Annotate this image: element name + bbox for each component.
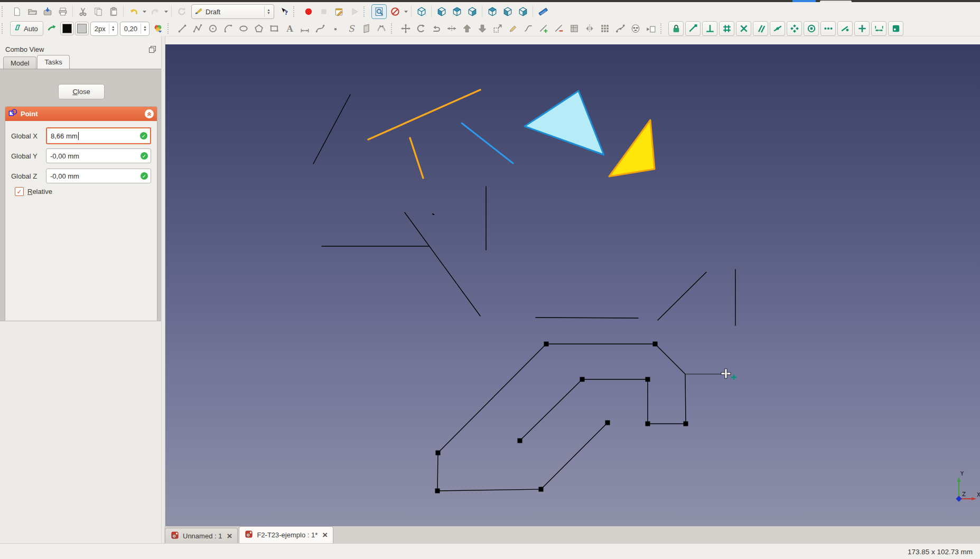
draft-text-button[interactable]: A [283,22,297,35]
draft-bezier-button[interactable] [375,22,389,35]
view-front-button[interactable] [434,5,449,18]
workbench-selector[interactable]: Draft▲▼ [191,4,274,19]
draft-bspline-button[interactable] [313,22,328,35]
draft-clone-button[interactable] [629,22,643,35]
snap-extension-button[interactable] [854,21,870,36]
spin-arrows[interactable]: ▲▼ [141,23,149,34]
global-x-input[interactable]: 8,66 mm ✓ [46,127,151,144]
copy-button[interactable] [91,5,105,18]
draft-downgrade-button[interactable] [475,22,490,35]
snap-perpendicular-button[interactable] [702,21,717,36]
draft-remove-point-button[interactable] [552,22,566,35]
toolbar-handle[interactable] [2,23,6,34]
draft-ellipse-button[interactable] [237,22,251,35]
view-top-button[interactable] [450,5,464,18]
3d-viewport[interactable] [164,44,980,526]
snap-parallel-button[interactable] [753,21,768,36]
close-button[interactable]: Close [58,84,105,99]
draft-arc-button[interactable] [221,22,236,35]
draft-scale-button[interactable] [491,22,505,35]
macro-play-button[interactable] [347,5,361,18]
construction-mode-button[interactable] [45,22,59,35]
whats-this-button[interactable]: ? [277,5,291,18]
close-tab-icon[interactable]: × [227,532,232,541]
draft-trimex-button[interactable] [445,22,459,35]
macro-record-button[interactable] [301,5,315,18]
view-rear-button[interactable] [485,5,499,18]
draft-wire-button[interactable] [191,22,205,35]
redo-button[interactable] [148,5,162,18]
working-plane-auto-button[interactable]: Auto [10,21,43,36]
snap-grid-button[interactable] [719,21,734,36]
snap-workingplane-button[interactable] [888,21,903,36]
panel-splitter[interactable] [161,36,165,543]
save-button[interactable] [40,5,54,18]
face-color-swatch[interactable] [75,22,89,35]
toolbar-handle[interactable] [2,6,6,17]
refresh-button[interactable] [174,5,189,18]
draft-line-button[interactable] [175,22,190,35]
view-right-button[interactable] [465,5,479,18]
new-file-button[interactable] [10,5,24,18]
draft-edit-button[interactable] [506,22,520,35]
global-y-input[interactable]: -0,00 mm ✓ [46,148,151,163]
snap-center-button[interactable] [804,21,819,36]
draft-mirror-button[interactable] [583,22,597,35]
snap-midpoint-button[interactable] [770,21,785,36]
draw-style-button[interactable] [388,5,402,18]
draft-offset-button[interactable] [430,22,444,35]
toolbar-handle[interactable] [391,23,396,34]
paste-button[interactable] [106,5,120,18]
snap-intersection-button[interactable] [736,21,751,36]
draft-add-point-button[interactable] [537,22,551,35]
draft-path-array-button[interactable] [613,22,628,35]
relative-checkbox[interactable]: ✓ [15,187,24,196]
draw-style-dropdown[interactable] [403,5,409,18]
close-tab-icon[interactable]: × [322,530,328,539]
undo-dropdown[interactable] [141,5,147,18]
draft-point-button[interactable] [329,22,343,35]
line-width-spinbox[interactable]: 2px▲▼ [90,22,118,36]
global-z-input[interactable]: -0,00 mm ✓ [46,169,151,183]
fit-all-button[interactable] [371,4,387,19]
document-tab-unnamed[interactable]: Unnamed : 1 × [165,528,238,543]
combo-spin-arrows[interactable]: ▲▼ [264,6,273,17]
snap-endpoint-button[interactable] [685,21,701,36]
view-left-button[interactable] [516,5,530,18]
draft-facebinder-button[interactable] [359,22,374,35]
measure-distance-button[interactable] [536,5,550,18]
collapse-task-icon[interactable] [145,109,154,118]
snap-ortho-button[interactable] [820,21,836,36]
draft-rectangle-button[interactable] [267,22,282,35]
view-isometric-button[interactable] [414,5,428,18]
draft-array-button[interactable] [598,22,612,35]
snap-special-button[interactable] [787,21,802,36]
draft-move-button[interactable] [399,22,413,35]
float-panel-icon[interactable] [149,45,156,55]
snap-lock-button[interactable] [668,21,684,36]
draft-shapestring-button[interactable]: S [344,22,358,35]
toolbar-handle[interactable] [167,23,172,34]
autogroup-button[interactable] [151,22,165,35]
snap-dimensions-button[interactable] [871,21,886,36]
open-file-button[interactable] [25,5,39,18]
cut-button[interactable] [76,5,90,18]
redo-dropdown[interactable] [163,5,169,18]
toolbar-handle[interactable] [363,6,368,17]
draft-polygon-button[interactable] [252,22,266,35]
snap-near-button[interactable] [837,21,853,36]
spin-arrows[interactable]: ▲▼ [109,23,117,34]
view-bottom-button[interactable] [500,5,515,18]
draft-upgrade-button[interactable] [460,22,474,35]
document-tab-ejemplo[interactable]: F2-T23-ejemplo : 1* × [239,526,333,543]
text-scale-spinbox[interactable]: 0,20▲▼ [120,22,150,36]
draft-wire-to-bspline-button[interactable] [521,22,536,35]
macro-edit-button[interactable] [332,5,346,18]
draft-rotate-button[interactable] [414,22,428,35]
toolbar-handle[interactable] [293,6,298,17]
macro-stop-button[interactable] [316,5,331,18]
draft-circle-button[interactable] [206,22,220,35]
draft-drawing-button[interactable] [644,22,658,35]
draft-shape2dview-button[interactable] [567,22,582,35]
tab-tasks[interactable]: Tasks [37,55,69,69]
